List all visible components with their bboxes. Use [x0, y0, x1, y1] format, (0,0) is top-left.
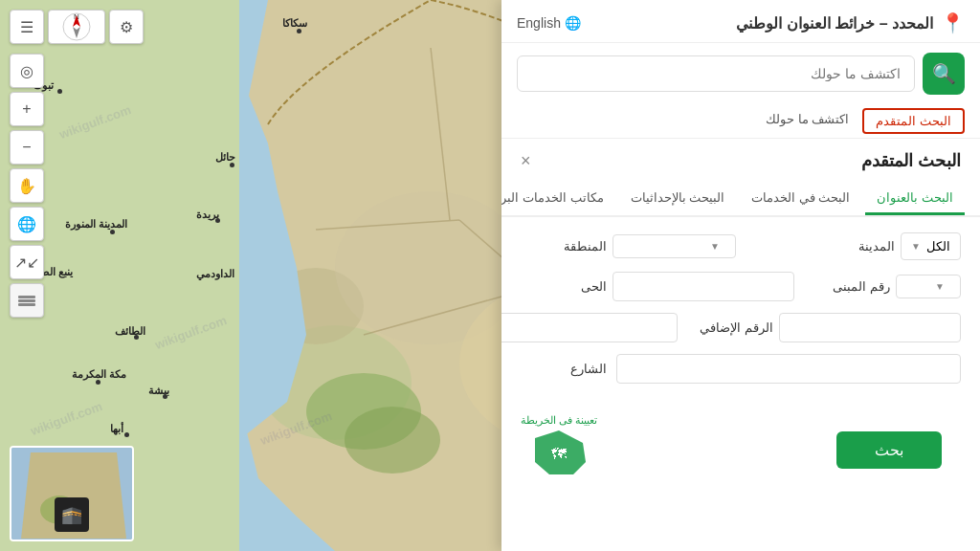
- inner-tab-address[interactable]: البحث بالعنوان: [865, 183, 965, 215]
- form-area: الكل ▼ المدينة ▼ المنطقة: [501, 217, 980, 410]
- panel-header: 📍 المحدد – خرائط العنوان الوطني 🌐 Englis…: [501, 0, 980, 43]
- svg-point-7: [345, 407, 440, 474]
- svg-text:🗺: 🗺: [551, 446, 567, 462]
- region-city-row: الكل ▼ المدينة ▼ المنطقة: [521, 232, 961, 260]
- language-selector[interactable]: 🌐 English: [517, 15, 581, 31]
- building-arrow: ▼: [935, 281, 945, 292]
- tab-advanced-search[interactable]: البحث المتقدم: [862, 108, 965, 134]
- zip-extra-row: الرقم الإضافي الرمز البريدي: [521, 313, 961, 342]
- street-row: الشارع: [521, 354, 961, 384]
- close-button[interactable]: ×: [521, 151, 531, 171]
- district-building-row: ▼ رقم المبنى الحى: [521, 272, 961, 301]
- panel-title: 📍 المحدد – خرائط العنوان الوطني: [736, 11, 965, 34]
- settings-button[interactable]: ⚙: [109, 10, 144, 44]
- map-controls: ☰ N ⚙: [10, 10, 144, 44]
- district-input[interactable]: [612, 272, 794, 301]
- city-label: المدينة: [809, 239, 895, 253]
- form-search-button[interactable]: بحث: [836, 431, 942, 469]
- zoom-in-button[interactable]: +: [10, 92, 44, 126]
- globe-icon: 🌐: [565, 15, 581, 31]
- building-dropdown[interactable]: ▼: [896, 275, 961, 298]
- street-input[interactable]: [616, 354, 961, 384]
- saudi-map-icon: 🗺: [530, 429, 588, 485]
- tab-bar: البحث المتقدم اكتشف ما حولك: [501, 104, 980, 139]
- region-arrow: ▼: [710, 241, 720, 252]
- zip-extra-label: الرقم الإضافي: [687, 320, 773, 335]
- city-dropdown[interactable]: الكل ▼: [901, 232, 961, 260]
- mini-map: 🕋: [10, 446, 134, 541]
- hand-tool-button[interactable]: ✋: [10, 168, 44, 203]
- search-input[interactable]: [517, 55, 915, 92]
- app-icon: 📍: [941, 11, 965, 34]
- city-arrow: ▼: [911, 241, 921, 252]
- district-label: الحى: [521, 279, 607, 294]
- side-controls: ◎ + − ✋ 🌐 ↗↙: [10, 54, 44, 318]
- menu-button[interactable]: ☰: [10, 10, 44, 44]
- region-label: المنطقة: [521, 239, 607, 253]
- globe-button[interactable]: 🌐: [10, 207, 44, 241]
- svg-rect-18: [18, 299, 35, 302]
- kaaba-icon: 🕋: [55, 497, 89, 532]
- inner-tab-coordinates[interactable]: البيحث بالإحداثيات: [619, 183, 737, 215]
- inner-tab-services[interactable]: البحث في الخدمات: [740, 183, 861, 215]
- inner-tab-postal[interactable]: مكاتب الخدمات البريدية: [501, 183, 615, 215]
- city-dropdown-value: الكل: [926, 239, 950, 253]
- street-label: الشارع: [521, 362, 607, 376]
- zoom-out-button[interactable]: −: [10, 130, 44, 165]
- region-dropdown[interactable]: ▼: [612, 234, 736, 258]
- svg-rect-19: [18, 303, 35, 306]
- find-on-map-label: تعيينة فى الخريطة: [521, 414, 597, 427]
- advanced-title: البحث المتقدم: [861, 150, 961, 171]
- advanced-panel: البحث المتقدم × البحث بالعنوان البحث في …: [501, 139, 980, 551]
- zip-input[interactable]: [501, 313, 678, 342]
- panel-title-text: المحدد – خرائط العنوان الوطني: [736, 14, 933, 33]
- location-button[interactable]: ◎: [10, 54, 44, 88]
- search-bar: 🔍: [501, 43, 980, 104]
- language-label: English: [517, 15, 561, 31]
- expand-button[interactable]: ↗↙: [10, 245, 44, 279]
- zip-extra-input[interactable]: [779, 313, 961, 342]
- layers-button[interactable]: [10, 283, 44, 318]
- building-label: رقم المبنى: [804, 279, 890, 294]
- advanced-title-bar: البحث المتقدم ×: [501, 139, 980, 183]
- svg-rect-17: [18, 296, 35, 298]
- compass-button[interactable]: N: [48, 10, 105, 44]
- tab-discover[interactable]: اكتشف ما حولك: [752, 104, 862, 138]
- panel: 📍 المحدد – خرائط العنوان الوطني 🌐 Englis…: [501, 0, 980, 551]
- search-button[interactable]: 🔍: [923, 53, 965, 95]
- inner-tabs: البحث بالعنوان البحث في الخدمات البيحث ب…: [501, 183, 980, 217]
